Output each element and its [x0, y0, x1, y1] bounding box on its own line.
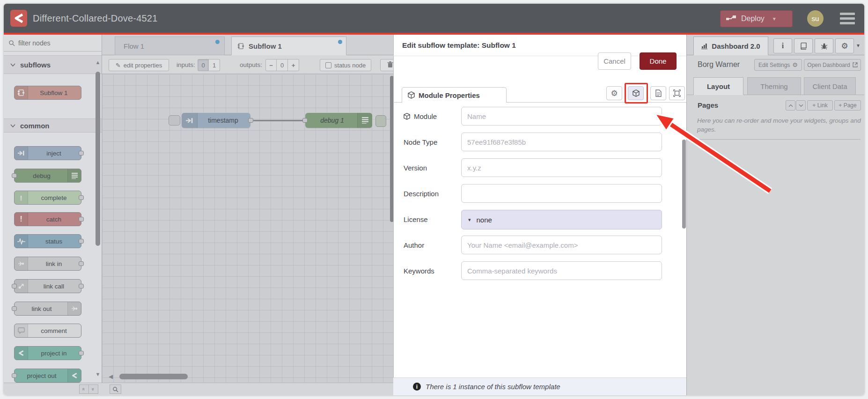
license-select[interactable]: ▾ none	[461, 210, 662, 229]
collapse-up-icon[interactable]: «	[79, 384, 89, 394]
output-port	[79, 284, 84, 288]
open-dashboard-button[interactable]: Open Dashboard	[804, 59, 861, 71]
author-input[interactable]	[461, 236, 662, 254]
status-icon	[15, 235, 28, 248]
move-up-icon[interactable]	[786, 100, 795, 111]
tab-flow-1[interactable]: Flow 1	[115, 37, 225, 55]
node-red-logo-icon	[15, 347, 28, 360]
description-input[interactable]	[461, 184, 662, 203]
output-port	[79, 261, 84, 266]
palette-node-catch[interactable]: ! catch	[14, 212, 81, 226]
outputs-label: outputs:	[240, 59, 262, 71]
canvas-scroll-left-icon[interactable]: ◀	[109, 373, 113, 380]
user-avatar[interactable]: su	[807, 10, 824, 27]
canvas-node-debug-1[interactable]: debug 1	[305, 113, 372, 128]
module-cube-icon	[404, 113, 410, 120]
description-tab-icon[interactable]	[650, 86, 666, 100]
outputs-value[interactable]: 0	[277, 59, 288, 71]
tab-module-properties[interactable]: Module Properties	[402, 87, 507, 103]
deploy-button[interactable]: Deploy ▾	[720, 10, 793, 27]
palette-node-link-call[interactable]: link call	[14, 279, 81, 293]
inputs-option-0[interactable]: 0	[198, 59, 209, 71]
sidebar-tab-theming[interactable]: Theming	[747, 77, 801, 95]
node-type-input[interactable]	[461, 133, 662, 151]
status-node-checkbox[interactable]	[325, 62, 331, 68]
form-row-module: Module	[393, 107, 686, 126]
palette-search[interactable]	[4, 35, 102, 52]
tab-dashboard-2[interactable]: Dashboard 2.0	[693, 37, 768, 55]
keywords-input[interactable]	[461, 261, 662, 280]
output-port	[79, 195, 84, 200]
flow-tabbar: Flow 1 Subflow 1	[102, 35, 394, 55]
input-port[interactable]	[302, 118, 308, 123]
edit-properties-button[interactable]: ✎ edit properties	[109, 59, 169, 71]
deploy-caret-icon[interactable]: ▾	[773, 15, 776, 22]
palette-node-project-in[interactable]: project in	[14, 346, 81, 360]
dashboard-group-title: Borg Warner	[698, 57, 740, 72]
outputs-plus-button[interactable]: +	[288, 59, 299, 71]
palette-scrollbar-thumb[interactable]	[96, 72, 100, 246]
canvas-node-timestamp[interactable]: timestamp	[182, 113, 250, 128]
palette-node-complete[interactable]: ! complete	[14, 191, 81, 205]
add-link-button[interactable]: + Link	[807, 100, 833, 111]
input-port	[12, 306, 17, 311]
done-button[interactable]: Done	[640, 52, 677, 70]
palette-category-subflows[interactable]: subflows	[4, 55, 102, 74]
gear-icon: ⚙	[792, 61, 798, 68]
inputs-label: inputs:	[177, 59, 195, 71]
collapse-down-icon[interactable]: »	[88, 384, 98, 394]
settings-gear-icon[interactable]: ⚙	[835, 38, 854, 53]
info-sidebar-icon[interactable]: i	[773, 38, 792, 53]
module-input[interactable]	[461, 107, 662, 126]
palette-node-link-out[interactable]: link out	[14, 302, 81, 316]
output-port	[79, 217, 84, 222]
version-input[interactable]	[461, 158, 662, 177]
edit-settings-button[interactable]: Edit Settings ⚙	[754, 59, 802, 71]
outputs-minus-button[interactable]: −	[265, 59, 277, 71]
sidebar-tab-client-data[interactable]: Client Data	[804, 77, 856, 95]
palette-node-project-out[interactable]: project out	[14, 369, 81, 383]
palette-category-common[interactable]: common	[4, 118, 102, 133]
form-row-node-type: Node Type	[393, 133, 686, 152]
form-row-license: License ▾ none	[393, 210, 686, 229]
wire[interactable]	[253, 120, 306, 121]
inputs-option-1[interactable]: 1	[209, 59, 220, 71]
pages-help-text: Here you can re-order and move your widg…	[697, 116, 862, 134]
annotation-highlight-box	[625, 83, 648, 103]
canvas-hscrollbar-thumb[interactable]	[119, 374, 188, 379]
input-port	[12, 373, 17, 378]
edit-properties-tab-icon[interactable]: ⚙	[606, 86, 622, 100]
appearance-tab-icon[interactable]	[669, 86, 685, 100]
inject-trigger-button[interactable]	[169, 115, 180, 126]
palette-node-comment[interactable]: comment	[14, 324, 81, 338]
edit-panel-scrollbar-thumb[interactable]	[682, 140, 686, 229]
sidebar-caret-icon[interactable]: ▾	[857, 42, 860, 49]
bar-chart-icon	[701, 43, 708, 49]
debug-bug-icon[interactable]	[815, 38, 833, 53]
palette-node-subflow-1[interactable]: Subflow 1	[14, 86, 81, 100]
debug-toggle-button[interactable]	[375, 115, 386, 127]
main-menu-icon[interactable]	[840, 13, 855, 24]
palette-filter-input[interactable]	[18, 39, 88, 47]
cancel-button[interactable]: Cancel	[598, 52, 631, 70]
palette-node-status[interactable]: status	[14, 234, 81, 248]
external-link-icon	[853, 62, 858, 67]
output-port[interactable]	[248, 118, 253, 123]
palette-scroll-up-icon[interactable]: ▲	[94, 59, 102, 65]
module-field-label: Module	[404, 107, 437, 126]
form-row-description: Description	[393, 184, 686, 204]
delete-subflow-button[interactable]	[380, 59, 394, 71]
help-book-icon[interactable]	[794, 38, 813, 53]
tab-subflow-1[interactable]: Subflow 1	[231, 37, 346, 55]
palette-node-inject[interactable]: inject	[14, 146, 81, 160]
move-down-icon[interactable]	[796, 100, 806, 111]
zoom-search-icon[interactable]	[110, 384, 121, 394]
sidebar-tab-layout[interactable]: Layout	[693, 77, 743, 95]
flow-canvas[interactable]: timestamp debug 1 ◀	[102, 74, 394, 383]
palette-scroll-down-icon[interactable]: ▼	[94, 371, 102, 377]
palette-node-link-in[interactable]: link in	[14, 257, 81, 271]
palette-node-debug[interactable]: debug	[14, 169, 81, 183]
workspace-footer: « »	[4, 383, 394, 395]
add-page-button[interactable]: + Page	[834, 100, 861, 111]
status-node-toggle[interactable]: status node	[320, 59, 371, 71]
